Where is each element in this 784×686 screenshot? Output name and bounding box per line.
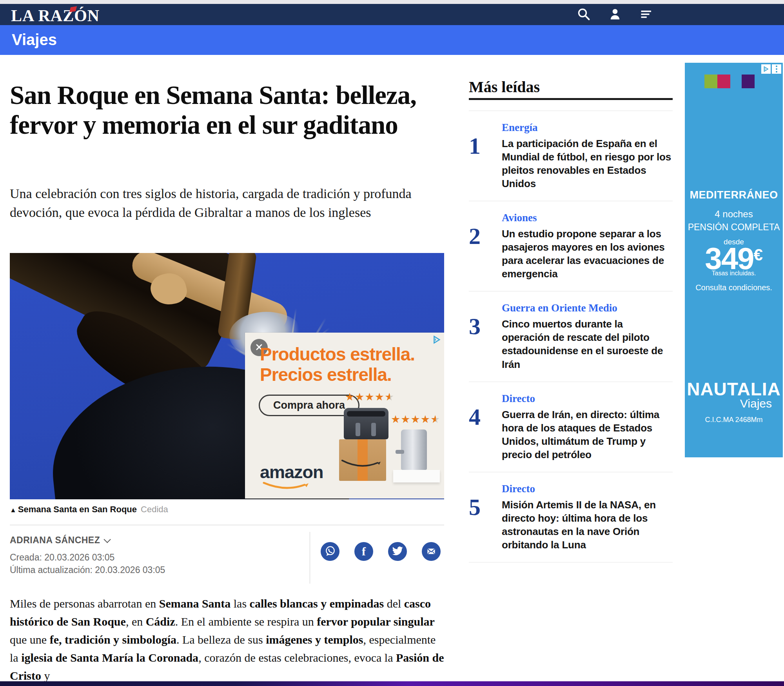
adchoices-icon[interactable] xyxy=(761,64,771,74)
email-icon xyxy=(425,544,438,559)
ad-nights: 4 noches xyxy=(685,209,783,220)
body-bold-text: imágenes y templos xyxy=(266,633,363,646)
most-read-rule xyxy=(469,98,673,100)
body-text: Miles de personas abarrotan en xyxy=(10,597,159,610)
caption-title: Semana Santa en San Roque xyxy=(18,504,137,514)
adchoices-icon[interactable] xyxy=(432,335,442,345)
most-read-content: EnergíaLa participación de España en el … xyxy=(502,122,673,190)
most-read-content: Guerra en Oriente MedioCinco muertos dur… xyxy=(502,302,673,371)
ad-taxes-note: Tasas incluidas. xyxy=(685,270,783,277)
most-read-content: DirectoMisión Artemis II de la NASA, en … xyxy=(502,483,673,551)
section-title-link[interactable]: Viajes xyxy=(12,25,57,55)
byline-divider xyxy=(10,525,444,525)
brand-logo-text: LA RAZÓN xyxy=(11,7,100,25)
most-read-category-link[interactable]: Guerra en Oriente Medio xyxy=(502,302,673,314)
header-actions xyxy=(576,4,654,25)
most-read-list: 1EnergíaLa participación de España en el… xyxy=(469,111,673,562)
star-rating: ★★★★★ xyxy=(345,391,394,403)
ad-destination-title: MEDITERRÁNEO xyxy=(685,189,783,201)
ad-brand: NAUTALIA xyxy=(685,378,783,400)
star-icon: ★ xyxy=(430,413,440,425)
ad-price: 349€ xyxy=(685,243,783,274)
most-read-item[interactable]: 1EnergíaLa participación de España en el… xyxy=(469,111,673,201)
twitter-share-button[interactable] xyxy=(388,542,407,561)
body-text: y xyxy=(41,669,50,682)
image-caption: ▲Semana Santa en San RoqueCedida xyxy=(10,504,168,515)
account-button[interactable] xyxy=(608,7,622,22)
share-buttons: f xyxy=(321,542,441,561)
most-read-rank: 4 xyxy=(469,405,502,461)
ad-license: C.I.C.MA 2468Mm xyxy=(685,416,783,424)
amazon-ad-headline-line1: Productos estrella. xyxy=(260,344,415,364)
amazon-ad-headline: Productos estrella. Precios estrella. xyxy=(260,344,436,385)
most-read-item[interactable]: 4DirectoGuerra de Irán, en directo: últi… xyxy=(469,382,673,472)
ad-price-currency: € xyxy=(753,246,762,264)
most-read-category-link[interactable]: Aviones xyxy=(502,212,673,224)
author-link[interactable]: ADRIANA SÁNCHEZ xyxy=(10,535,109,546)
star-icon: ★ xyxy=(421,413,430,425)
created-date: Creada: 20.03.2026 03:05 xyxy=(10,552,114,563)
amazon-smile-icon xyxy=(340,459,383,471)
amazon-ad[interactable]: Productos estrella. Precios estrella. Co… xyxy=(245,333,444,499)
bottom-banner-edge xyxy=(0,681,784,686)
article-subtitle: Una celebración con tres siglos de histo… xyxy=(10,184,435,222)
header-bar: LA RAZÓN xyxy=(0,4,784,25)
most-read-headline-link[interactable]: Guerra de Irán, en directo: última hora … xyxy=(502,408,673,461)
search-icon xyxy=(577,7,591,22)
search-button[interactable] xyxy=(576,7,591,22)
brand-logo[interactable]: LA RAZÓN xyxy=(11,6,100,25)
ad-conditions-note: Consulta condiciones. xyxy=(685,283,783,292)
body-text: del xyxy=(384,597,404,610)
caption-credit: Cedida xyxy=(141,504,168,514)
ad-brand-sub: Viajes xyxy=(685,397,783,410)
author-name: ADRIANA SÁNCHEZ xyxy=(10,535,100,546)
most-read-item[interactable]: 3Guerra en Oriente MedioCinco muertos du… xyxy=(469,291,673,381)
ad-logo-purple-square xyxy=(742,75,755,88)
most-read-headline-link[interactable]: Cinco muertos durante la operación de re… xyxy=(502,317,673,371)
most-read-title: Más leídas xyxy=(469,78,540,96)
most-read-item[interactable]: 5DirectoMisión Artemis II de la NASA, en… xyxy=(469,472,673,562)
star-icon: ★ xyxy=(375,391,385,403)
kebab-menu-icon xyxy=(776,66,777,73)
byline-vertical-divider xyxy=(310,532,310,584)
most-read-rank: 3 xyxy=(469,315,502,371)
whatsapp-share-button[interactable] xyxy=(321,542,339,561)
article-image: Productos estrella. Precios estrella. Co… xyxy=(10,253,444,499)
body-bold-text: fe, tradición y simbología xyxy=(50,633,176,646)
whatsapp-icon xyxy=(323,544,337,559)
most-read-category-link[interactable]: Directo xyxy=(502,393,673,405)
facebook-icon: f xyxy=(362,545,366,558)
amazon-logo-text: amazon xyxy=(260,462,323,482)
skyscraper-ad[interactable]: MEDITERRÁNEO 4 noches PENSIÓN COMPLETA d… xyxy=(685,63,783,457)
email-share-button[interactable] xyxy=(422,542,441,561)
facebook-share-button[interactable]: f xyxy=(354,542,373,561)
section-bar: Viajes xyxy=(0,25,784,55)
most-read-rank: 1 xyxy=(469,134,502,190)
espresso-machine-image xyxy=(401,429,427,470)
star-icon: ★ xyxy=(385,391,394,403)
air-fryer-product-image xyxy=(344,408,388,439)
body-text: , corazón de estas celebraciones, evoca … xyxy=(198,651,396,664)
star-icon: ★ xyxy=(345,391,355,403)
most-read-category-link[interactable]: Energía xyxy=(502,122,673,134)
menu-button[interactable] xyxy=(639,7,654,22)
ad-options-icon[interactable] xyxy=(772,64,781,74)
pedestal-image xyxy=(393,470,440,482)
most-read-headline-link[interactable]: La participación de España en el Mundial… xyxy=(502,137,673,190)
user-icon xyxy=(608,7,622,22)
most-read-rank: 2 xyxy=(469,224,502,280)
chevron-down-icon xyxy=(104,536,111,543)
star-icon: ★ xyxy=(401,413,410,425)
body-bold-text: calles blancas y empinadas xyxy=(250,597,384,610)
menu-icon xyxy=(639,7,654,22)
body-bold-text: Semana Santa xyxy=(159,597,231,610)
most-read-item[interactable]: 2AvionesUn estudio propone separar a los… xyxy=(469,201,673,291)
most-read-headline-link[interactable]: Un estudio propone separar a los pasajer… xyxy=(502,227,673,280)
body-bold-text: iglesia de Santa María la Coronada xyxy=(21,651,198,664)
body-text: , en xyxy=(126,615,146,628)
caption-marker-icon: ▲ xyxy=(10,506,16,514)
most-read-content: DirectoGuerra de Irán, en directo: últim… xyxy=(502,393,673,461)
most-read-headline-link[interactable]: Misión Artemis II de la NASA, en directo… xyxy=(502,498,673,551)
star-rating: ★★★★★ xyxy=(391,413,440,426)
most-read-category-link[interactable]: Directo xyxy=(502,483,673,495)
